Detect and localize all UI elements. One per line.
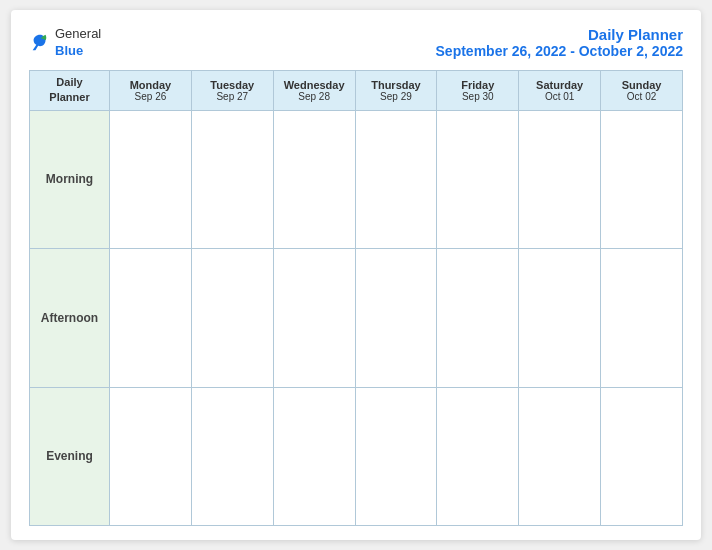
cell-sun-afternoon[interactable]: [601, 249, 683, 387]
cell-tue-evening[interactable]: [191, 387, 273, 526]
logo-text: General Blue: [55, 26, 101, 60]
afternoon-row: Afternoon: [30, 249, 683, 387]
cell-fri-afternoon[interactable]: [437, 249, 519, 387]
cell-sun-morning[interactable]: [601, 110, 683, 248]
header: General Blue Daily Planner September 26,…: [29, 26, 683, 60]
cell-fri-evening[interactable]: [437, 387, 519, 526]
logo: General Blue: [29, 26, 101, 60]
col-header-line1: Daily: [56, 76, 82, 88]
cell-thu-evening[interactable]: [355, 387, 437, 526]
cell-wed-afternoon[interactable]: [273, 249, 355, 387]
planner-date-range: September 26, 2022 - October 2, 2022: [436, 43, 683, 59]
logo-general: General: [55, 26, 101, 43]
cell-thu-afternoon[interactable]: [355, 249, 437, 387]
column-header-row: Daily Planner Monday Sep 26 Tuesday Sep …: [30, 70, 683, 110]
cell-sun-evening[interactable]: [601, 387, 683, 526]
cell-tue-afternoon[interactable]: [191, 249, 273, 387]
morning-row: Morning: [30, 110, 683, 248]
col-header-line2: Planner: [49, 91, 89, 103]
cell-mon-morning[interactable]: [110, 110, 192, 248]
bird-icon: [29, 32, 51, 54]
col-header-sunday: Sunday Oct 02: [601, 70, 683, 110]
planner-page: General Blue Daily Planner September 26,…: [11, 10, 701, 540]
cell-sat-evening[interactable]: [519, 387, 601, 526]
header-right: Daily Planner September 26, 2022 - Octob…: [436, 26, 683, 59]
cell-wed-morning[interactable]: [273, 110, 355, 248]
cell-tue-morning[interactable]: [191, 110, 273, 248]
evening-row: Evening: [30, 387, 683, 526]
col-header-saturday: Saturday Oct 01: [519, 70, 601, 110]
cell-sat-afternoon[interactable]: [519, 249, 601, 387]
morning-label: Morning: [30, 110, 110, 248]
col-header-tuesday: Tuesday Sep 27: [191, 70, 273, 110]
col-header-wednesday: Wednesday Sep 28: [273, 70, 355, 110]
cell-mon-afternoon[interactable]: [110, 249, 192, 387]
planner-title: Daily Planner: [436, 26, 683, 43]
cell-wed-evening[interactable]: [273, 387, 355, 526]
logo-blue: Blue: [55, 43, 101, 60]
cell-mon-evening[interactable]: [110, 387, 192, 526]
col-header-friday: Friday Sep 30: [437, 70, 519, 110]
cell-thu-morning[interactable]: [355, 110, 437, 248]
cell-fri-morning[interactable]: [437, 110, 519, 248]
col-header-monday: Monday Sep 26: [110, 70, 192, 110]
col-header-thursday: Thursday Sep 29: [355, 70, 437, 110]
calendar-table: Daily Planner Monday Sep 26 Tuesday Sep …: [29, 70, 683, 526]
afternoon-label: Afternoon: [30, 249, 110, 387]
cell-sat-morning[interactable]: [519, 110, 601, 248]
col-header-first: Daily Planner: [30, 70, 110, 110]
evening-label: Evening: [30, 387, 110, 526]
